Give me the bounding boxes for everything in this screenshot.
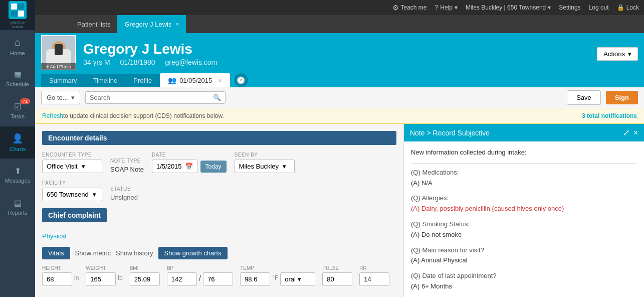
search-input[interactable] xyxy=(90,94,213,101)
svg-rect-0 xyxy=(11,4,17,10)
toolbar: Go to... ▾ 🔍 Save Sign xyxy=(35,87,644,108)
patient-info: Gregory J Lewis 34 yrs M 01/18/1980 greg… xyxy=(83,41,590,66)
bmi-input[interactable] xyxy=(130,272,160,286)
user-chevron-icon: ▾ xyxy=(548,4,551,11)
notification-message: to update clinical decision support (CDS… xyxy=(63,112,224,119)
bp-label: BP xyxy=(167,265,233,271)
sign-button[interactable]: Sign xyxy=(606,91,638,104)
save-button[interactable]: Save xyxy=(567,90,601,105)
patient-nav: Summary Timeline Profile 👥 01/05/2015 × … xyxy=(41,73,638,87)
weight-label: WEIGHT xyxy=(86,265,122,271)
user-location-btn[interactable]: Miles Buckley | 650 Townsend ▾ xyxy=(466,4,551,11)
seen-by-label: SEEN BY xyxy=(235,152,295,158)
calendar-icon: 📅 xyxy=(185,163,193,170)
encounter-type-chevron-icon: ▾ xyxy=(82,163,85,170)
visit-persons-icon: 👥 xyxy=(168,76,176,84)
tab-close-icon[interactable]: × xyxy=(175,21,178,27)
left-panel: Encounter details ENCOUNTER TYPE Office … xyxy=(35,124,403,297)
home-icon: ⌂ xyxy=(15,37,21,48)
bp-separator: / xyxy=(199,274,201,283)
charts-icon: 👤 xyxy=(12,133,23,144)
encounter-type-label: ENCOUNTER TYPE xyxy=(42,152,102,158)
qa-medications-q: (Q) Medications: xyxy=(411,168,637,178)
sidebar-item-tasks[interactable]: 71 ☑ Tasks xyxy=(0,94,35,126)
close-note-button[interactable]: × xyxy=(633,128,638,137)
qa-smoking-a: (A) Do not smoke xyxy=(411,230,637,240)
sidebar-item-home[interactable]: ⌂ Home xyxy=(0,30,35,62)
status-value: Unsigned xyxy=(110,194,138,201)
svg-rect-2 xyxy=(11,11,17,17)
bp-field: BP / xyxy=(167,265,233,286)
top-bar: ⚙ Teach me ? Help ▾ Miles Buckley | 650 … xyxy=(35,0,644,15)
qa-medications: (Q) Medications: (A) N/A xyxy=(411,168,637,189)
qa-main-reason-a: (A) Annual Physical xyxy=(411,255,637,266)
actions-chevron-icon: ▾ xyxy=(628,50,631,58)
help-btn[interactable]: ? Help ▾ xyxy=(435,4,458,11)
add-photo-button[interactable]: + Add Photo xyxy=(41,63,76,70)
vitals-row: HEIGHT in WEIGHT lb BMI xyxy=(42,265,396,286)
facility-select[interactable]: 650 Townsend ▾ xyxy=(42,188,102,201)
show-metric-link[interactable]: Show metric xyxy=(75,249,111,257)
help-chevron-icon: ▾ xyxy=(455,4,458,11)
complaint-link[interactable]: Physical xyxy=(42,232,396,240)
sidebar-item-messages[interactable]: ⬆ Messages xyxy=(0,159,35,191)
facility-chevron-icon: ▾ xyxy=(93,191,96,198)
right-panel: Note > Record Subjective ⤢ × New informa… xyxy=(403,124,644,297)
temp-chevron-icon: ▾ xyxy=(298,275,301,283)
tab-visit[interactable]: 👥 01/05/2015 × xyxy=(160,73,230,87)
refresh-link[interactable]: Refresh xyxy=(42,112,63,119)
note-type-field: NOTE TYPE SOAP Note xyxy=(110,158,144,173)
app-logo[interactable] xyxy=(9,1,27,19)
intake-title: New information collected during intake: xyxy=(411,147,637,158)
date-field: DATE 1/5/2015 📅 Today xyxy=(152,152,227,173)
date-input[interactable]: 1/5/2015 📅 xyxy=(152,160,197,173)
actions-button[interactable]: Actions ▾ xyxy=(597,47,638,61)
qa-allergies-q: (Q) Allergies: xyxy=(411,193,637,204)
bp-systolic-input[interactable] xyxy=(167,272,197,286)
vitals-tab[interactable]: Vitals xyxy=(42,247,70,259)
temp-label: TEMP xyxy=(240,265,315,271)
rr-input[interactable] xyxy=(359,272,389,286)
note-panel-title: Note > Record Subjective xyxy=(410,129,490,137)
tab-timeline[interactable]: Timeline xyxy=(85,74,126,87)
qa-last-appt-q: (Q) Date of last appointment? xyxy=(411,271,637,281)
qa-main-reason: (Q) Main reason for visit? (A) Annual Ph… xyxy=(411,245,637,266)
encounter-type-select[interactable]: Office Visit ▾ xyxy=(42,160,102,173)
tab-profile[interactable]: Profile xyxy=(125,74,160,87)
show-history-link[interactable]: Show history xyxy=(116,249,153,257)
pulse-label: PULSE xyxy=(322,265,352,271)
patient-meta: 34 yrs M 01/18/1980 greg@lewis.com xyxy=(83,58,590,66)
qa-smoking-q: (Q) Smoking Status: xyxy=(411,219,637,230)
logout-btn[interactable]: Log out xyxy=(589,4,609,11)
goto-button[interactable]: Go to... ▾ xyxy=(41,91,80,104)
expand-button[interactable]: ⤢ xyxy=(623,128,629,137)
rr-label: RR xyxy=(359,265,389,271)
weight-field: WEIGHT lb xyxy=(86,265,122,286)
note-type-label: NOTE TYPE xyxy=(110,158,144,164)
qa-last-appt-a: (A) 6+ Months xyxy=(411,281,637,292)
show-growth-charts-button[interactable]: Show growth charts xyxy=(158,247,228,259)
weight-input[interactable] xyxy=(86,272,116,286)
bp-diastolic-input[interactable] xyxy=(203,272,233,286)
history-icon-btn[interactable]: 🕐 xyxy=(234,73,248,87)
date-label: DATE xyxy=(152,152,227,158)
visit-close-icon[interactable]: × xyxy=(218,77,222,84)
tab-patient-lists[interactable]: Patient lists xyxy=(70,15,117,33)
sidebar-item-charts[interactable]: 👤 Charts xyxy=(0,126,35,159)
temp-input[interactable] xyxy=(240,272,270,286)
temp-mode-select[interactable]: oral ▾ xyxy=(280,272,315,286)
tab-patient[interactable]: Gregory J Lewis × xyxy=(117,15,185,33)
sidebar-item-reports[interactable]: ▤ Reports xyxy=(0,191,35,223)
today-button[interactable]: Today xyxy=(200,161,227,173)
pulse-input[interactable] xyxy=(322,272,352,286)
tab-bar: Patient lists Gregory J Lewis × xyxy=(35,15,644,33)
sidebar-item-schedule[interactable]: ▦ Schedule xyxy=(0,62,35,94)
teach-me-btn[interactable]: ⚙ Teach me xyxy=(392,4,427,12)
qa-allergies: (Q) Allergies: (A) Dairy, possibly penic… xyxy=(411,193,637,214)
tab-summary[interactable]: Summary xyxy=(41,74,85,87)
height-input[interactable] xyxy=(42,272,72,286)
settings-btn[interactable]: Settings xyxy=(559,4,580,11)
qa-medications-a: (A) N/A xyxy=(411,178,637,189)
lock-btn[interactable]: 🔒 Lock xyxy=(617,4,639,11)
seen-by-select[interactable]: Miles Buckley ▾ xyxy=(235,160,295,173)
